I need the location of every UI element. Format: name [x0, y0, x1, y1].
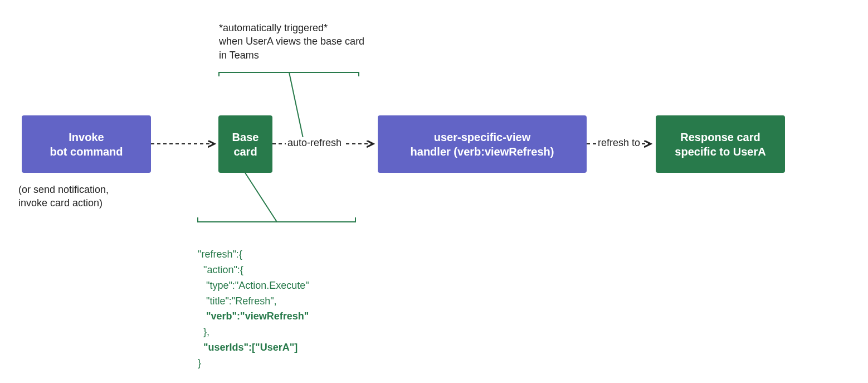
svg-line-4 [245, 173, 277, 222]
code-l4: "title":"Refresh", [198, 295, 277, 307]
code-l7b: "userIds":["UserA"] [203, 342, 298, 353]
code-l1: "refresh":{ [198, 249, 242, 260]
diagram-overlay [0, 0, 868, 383]
base-line2: card [232, 144, 259, 159]
response-box: Response card specific to UserA [656, 115, 785, 173]
code-l8: } [198, 357, 201, 369]
handler-box: user-specific-view handler (verb:viewRef… [378, 115, 587, 173]
arrow-label-refresh-to: refresh to [596, 137, 642, 149]
handler-line1: user-specific-view [411, 130, 554, 144]
code-l2: "action":{ [198, 264, 243, 275]
code-l7a [198, 342, 203, 353]
top-caption-line3: in Teams [219, 49, 364, 62]
code-block: "refresh":{ "action":{ "type":"Action.Ex… [198, 231, 309, 371]
invoke-sub-caption: (or send notification, invoke card actio… [18, 183, 109, 210]
handler-line2: handler (verb:viewRefresh) [411, 144, 554, 159]
code-l3: "type":"Action.Execute" [198, 280, 309, 291]
top-caption-line2: when UserA views the base card [219, 35, 364, 48]
top-caption-line1: *automatically triggered* [219, 21, 364, 35]
top-caption: *automatically triggered* when UserA vie… [219, 21, 364, 62]
base-card-box: Base card [218, 115, 272, 173]
code-l5a [198, 311, 206, 322]
arrow-label-auto-refresh: auto-refresh [286, 137, 343, 149]
svg-line-3 [289, 72, 304, 143]
response-line1: Response card [675, 130, 765, 144]
base-line1: Base [232, 130, 259, 144]
response-line2: specific to UserA [675, 144, 765, 159]
code-l6: }, [198, 326, 209, 337]
invoke-line1: Invoke [50, 130, 123, 144]
code-l5b: "verb":"viewRefresh" [206, 311, 309, 322]
invoke-sub-line2: invoke card action) [18, 196, 109, 210]
invoke-sub-line1: (or send notification, [18, 183, 109, 196]
invoke-box: Invoke bot command [22, 115, 151, 173]
invoke-line2: bot command [50, 144, 123, 159]
